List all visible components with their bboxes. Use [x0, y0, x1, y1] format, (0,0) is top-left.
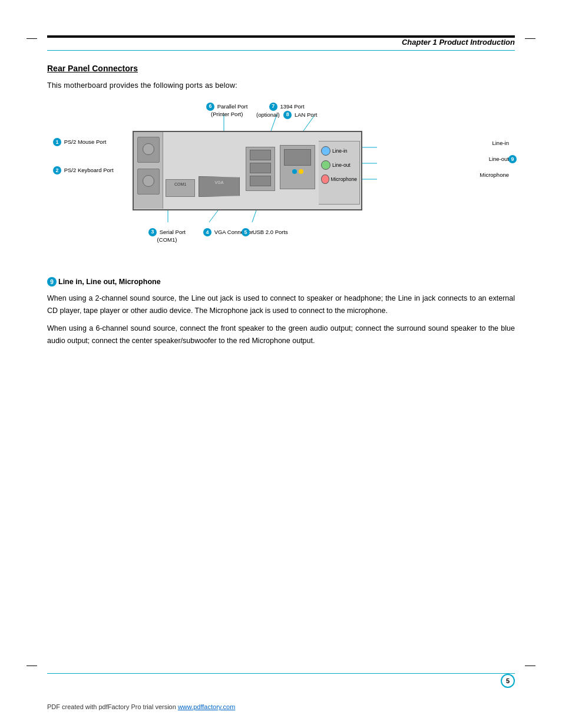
- line-bl: [27, 666, 37, 666]
- label-usb-ports: 5 USB 2.0 Ports: [242, 228, 288, 236]
- page-number-container: 5: [501, 674, 515, 688]
- num-5-diag: 5: [242, 228, 250, 236]
- line-tr: [525, 38, 535, 39]
- paragraph2: When using a 6-channel sound source, con…: [47, 322, 515, 348]
- footer-text: PDF created with pdfFactory Pro trial ve…: [47, 703, 178, 710]
- page-container: Chapter 1 Product Introduction Rear Pane…: [0, 0, 562, 728]
- diagram-container: 6 Parallel Port(Printer Port) 7 1394 Por…: [47, 101, 515, 266]
- label-line-out: Line-out: [489, 156, 509, 162]
- motherboard-panel: COM1 VGA: [133, 131, 362, 210]
- label-parallel-port: 6 Parallel Port(Printer Port): [206, 103, 247, 118]
- num-8: 8: [283, 111, 292, 119]
- svg-line-7: [252, 210, 256, 222]
- chapter-header: Chapter 1 Product Introduction: [47, 38, 515, 51]
- label-line-in: Line-in: [492, 140, 509, 146]
- paragraph1: When using a 2-channel sound source, the…: [47, 292, 515, 318]
- num-1: 1: [53, 138, 61, 146]
- label-1394-port: 7 1394 Port(optional) 8 LAN Port: [256, 103, 317, 119]
- footer: PDF created with pdfFactory Pro trial ve…: [47, 703, 235, 710]
- bottom-rule: [47, 673, 515, 674]
- page-number: 5: [501, 674, 515, 688]
- label-microphone: Microphone: [480, 172, 509, 178]
- label-serial-port: 3 Serial Port(COM1): [148, 228, 186, 243]
- item9-header: 9 Line in, Line out, Microphone: [47, 277, 515, 286]
- chapter-title: Chapter 1 Product Introduction: [402, 38, 515, 47]
- num-7: 7: [269, 103, 277, 111]
- intro-text: This motherboard provides the following …: [47, 81, 515, 90]
- num-2: 2: [53, 166, 61, 174]
- num-4-diag: 4: [203, 228, 211, 236]
- content-section: 9 Line in, Line out, Microphone When usi…: [47, 277, 515, 347]
- footer-link[interactable]: www.pdffactory.com: [178, 703, 235, 710]
- label-num-9: 9: [508, 155, 518, 163]
- svg-line-6: [209, 210, 218, 222]
- num-9-header: 9: [47, 277, 57, 286]
- num-3-diag: 3: [148, 228, 157, 236]
- label-ps2-mouse: 1 PS/2 Mouse Port: [53, 138, 106, 146]
- num-6: 6: [206, 103, 214, 111]
- section-title: Rear Panel Connectors: [47, 64, 515, 73]
- label-ps2-keyboard: 2 PS/2 Keyboard Port: [53, 166, 114, 174]
- line-tl: [27, 38, 37, 39]
- line-br: [525, 666, 535, 666]
